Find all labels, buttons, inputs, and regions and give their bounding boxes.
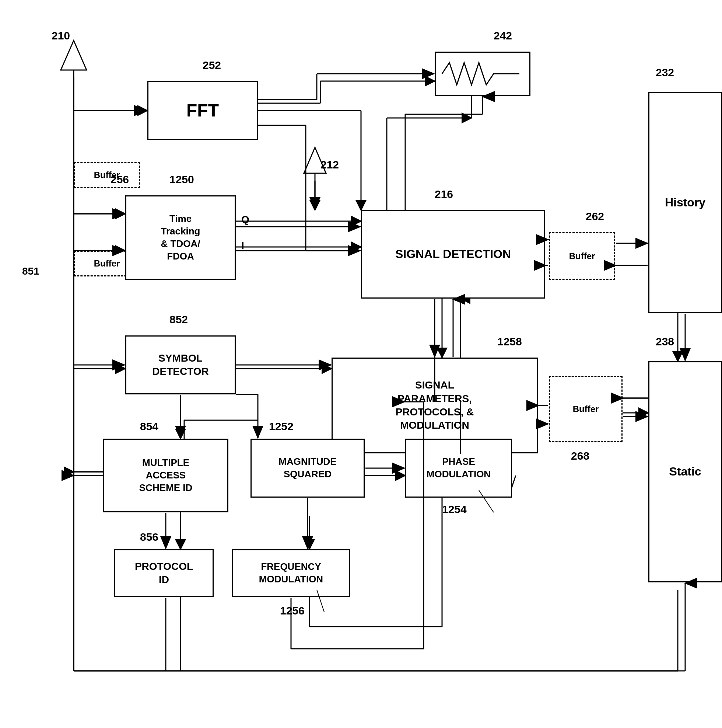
ref-1252: 1252 bbox=[269, 420, 294, 433]
protocol-id-box: PROTOCOLID bbox=[114, 549, 214, 597]
symbol-detector-box: SYMBOLDETECTOR bbox=[125, 335, 236, 395]
ref-1256: 1256 bbox=[280, 604, 305, 617]
ref-262: 262 bbox=[586, 210, 604, 223]
magnitude-squared-box: MAGNITUDESQUARED bbox=[250, 439, 365, 498]
ref-268: 268 bbox=[571, 450, 589, 462]
buffer-top: Buffer bbox=[74, 162, 140, 188]
ref-252: 252 bbox=[203, 59, 221, 72]
antenna-main bbox=[57, 37, 90, 81]
block-diagram: 210 Buffer 851 Buffer 256 1250 FFT 252 2… bbox=[0, 0, 722, 728]
ref-856: 856 bbox=[140, 531, 159, 543]
i-label: I bbox=[241, 240, 244, 251]
ref-242: 242 bbox=[494, 29, 512, 42]
fft-box: FFT bbox=[147, 81, 258, 140]
signal-detection-box: SIGNAL DETECTION bbox=[361, 210, 545, 298]
q-label: Q bbox=[241, 214, 249, 226]
ref-1258: 1258 bbox=[497, 335, 522, 348]
waveform-svg bbox=[438, 55, 527, 92]
static-box: Static bbox=[648, 361, 722, 583]
ref-851: 851 bbox=[22, 265, 40, 277]
waveform-box bbox=[435, 52, 530, 96]
ref-852: 852 bbox=[169, 313, 188, 326]
ref-1250: 1250 bbox=[169, 173, 194, 186]
multiple-access-box: MULTIPLEACCESSSCHEME ID bbox=[103, 439, 228, 512]
ref-232: 232 bbox=[656, 66, 674, 79]
buffer-268: Buffer bbox=[549, 376, 623, 442]
frequency-modulation-box: FREQUENCYMODULATION bbox=[232, 549, 350, 597]
history-box: History bbox=[648, 92, 722, 313]
ref-854: 854 bbox=[140, 420, 159, 433]
ref-1254: 1254 bbox=[442, 503, 467, 516]
ref-238: 238 bbox=[656, 335, 674, 348]
phase-modulation-box: PHASEMODULATION bbox=[405, 439, 512, 498]
buffer-262: Buffer bbox=[549, 232, 615, 280]
svg-marker-50 bbox=[61, 41, 87, 70]
ref-212: 212 bbox=[321, 159, 339, 171]
ref-216: 216 bbox=[435, 188, 453, 200]
ref-256: 256 bbox=[110, 173, 129, 186]
time-tracking-box: TimeTracking& TDOA/FDOA bbox=[125, 195, 236, 280]
